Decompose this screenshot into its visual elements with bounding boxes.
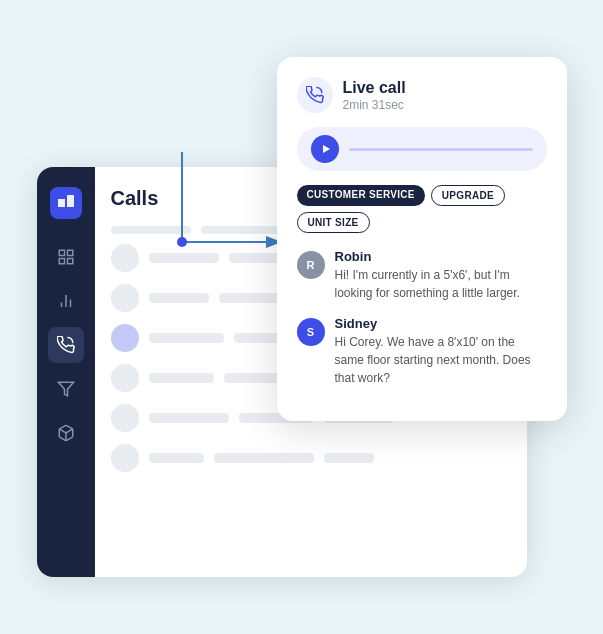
message-sidney: S Sidney Hi Corey. We have a 8'x10' on t… <box>297 316 547 387</box>
svg-marker-12 <box>323 145 330 153</box>
message-body-sidney: Sidney Hi Corey. We have a 8'x10' on the… <box>335 316 547 387</box>
phone-icon <box>306 86 324 104</box>
popup-card: Live call 2min 31sec CUSTOMER SERVICE UP… <box>277 57 567 421</box>
call-icon-wrap <box>297 77 333 113</box>
skeleton-avatar <box>111 324 139 352</box>
skeleton-avatar <box>111 244 139 272</box>
svg-rect-2 <box>67 250 72 255</box>
sidebar-logo <box>50 187 82 219</box>
sidebar-item-chart[interactable] <box>48 283 84 319</box>
tag-unit-size[interactable]: UNIT SIZE <box>297 212 370 233</box>
sidebar-item-filter[interactable] <box>48 371 84 407</box>
skeleton-avatar <box>111 404 139 432</box>
skeleton-avatar <box>111 444 139 472</box>
message-text-robin: Hi! I'm currently in a 5'x6', but I'm lo… <box>335 266 547 302</box>
sidebar-item-grid[interactable] <box>48 239 84 275</box>
tag-customer-service[interactable]: CUSTOMER SERVICE <box>297 185 425 206</box>
skeleton-avatar <box>111 364 139 392</box>
call-info: Live call 2min 31sec <box>343 78 406 111</box>
svg-rect-4 <box>67 259 72 264</box>
tags-container: CUSTOMER SERVICE UPGRADE UNIT SIZE <box>297 185 547 233</box>
play-icon <box>321 144 331 154</box>
call-duration: 2min 31sec <box>343 98 406 112</box>
call-title: Live call <box>343 78 406 97</box>
sidebar <box>37 167 95 577</box>
svg-marker-8 <box>58 382 73 396</box>
message-text-sidney: Hi Corey. We have a 8'x10' on the same f… <box>335 333 547 387</box>
avatar-sidney: S <box>297 318 325 346</box>
progress-bar[interactable] <box>349 148 533 151</box>
svg-rect-3 <box>59 259 64 264</box>
sidebar-item-box[interactable] <box>48 415 84 451</box>
audio-player <box>297 127 547 171</box>
table-row <box>111 444 511 472</box>
tag-upgrade[interactable]: UPGRADE <box>431 185 505 206</box>
play-button[interactable] <box>311 135 339 163</box>
message-body-robin: Robin Hi! I'm currently in a 5'x6', but … <box>335 249 547 302</box>
skeleton-col1 <box>111 226 191 234</box>
svg-rect-1 <box>59 250 64 255</box>
skeleton-avatar <box>111 284 139 312</box>
svg-rect-0 <box>50 187 82 219</box>
message-robin: R Robin Hi! I'm currently in a 5'x6', bu… <box>297 249 547 302</box>
sender-name-sidney: Sidney <box>335 316 547 331</box>
sidebar-item-calls[interactable] <box>48 327 84 363</box>
live-call-header: Live call 2min 31sec <box>297 77 547 113</box>
sender-name-robin: Robin <box>335 249 547 264</box>
avatar-robin: R <box>297 251 325 279</box>
